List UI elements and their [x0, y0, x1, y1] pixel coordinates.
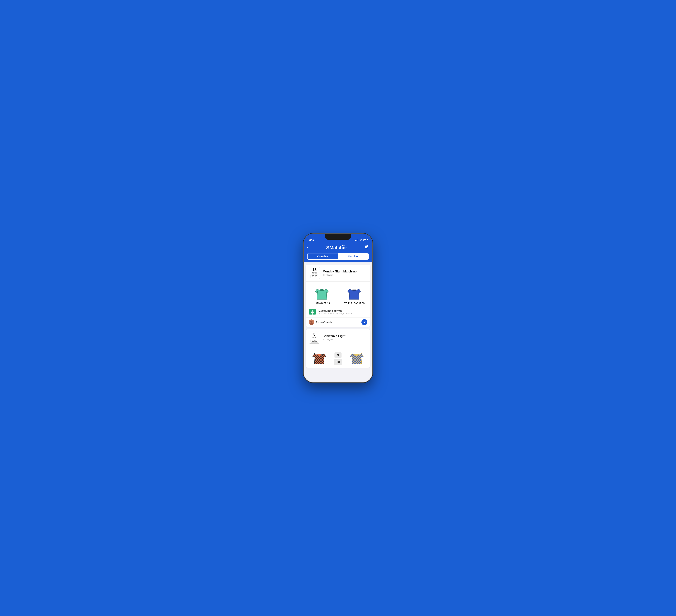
- match-title-1: Monday Night Match-up: [323, 270, 368, 273]
- teams-row-2: 9 10: [306, 346, 370, 368]
- organizer-row-1: Pedro Coutinho: [306, 317, 370, 327]
- jersey-team4: [348, 349, 365, 365]
- venue-icon: [308, 309, 316, 315]
- team-cell-hannover: HANNOVER 96: [306, 282, 338, 307]
- phone-screen: 9:41 ‹: [304, 234, 372, 382]
- svg-text:✕: ✕: [326, 245, 330, 250]
- match-header-2: 8 MAR 20:00 Schwein a Light 10 players: [306, 329, 370, 346]
- tabs-container: Overview Matches: [304, 253, 372, 262]
- organizer-name-1: Pedro Coutinho: [316, 321, 360, 324]
- score-left: 9: [335, 352, 341, 358]
- wifi-icon: [359, 239, 362, 241]
- notch: [325, 234, 351, 240]
- tab-matches[interactable]: Matches: [338, 253, 369, 259]
- tabs: Overview Matches: [307, 253, 369, 260]
- score-right: 10: [334, 359, 342, 365]
- edit-match-button-1[interactable]: [361, 319, 368, 325]
- phone-frame: 9:41 ‹: [304, 234, 372, 382]
- venue-address-1: RUA ANDRÉ DE GOUVEIA, COIMBRA: [319, 313, 368, 315]
- match-title-2: Schwein a Light: [323, 334, 368, 338]
- team-name-hannover: HANNOVER 96: [314, 302, 330, 304]
- date-day-1: 15: [312, 268, 317, 272]
- jersey-hannover: [313, 285, 331, 301]
- battery-icon: [363, 239, 368, 241]
- match-header-1: 15 MAR 20:00 Monday Night Match-up 10 pl…: [306, 264, 370, 282]
- svg-point-7: [312, 312, 313, 313]
- app-header: ‹ ✕ Matcher: [304, 243, 372, 253]
- team-name-gylfi: GYLFI PLEASURES: [344, 302, 365, 304]
- status-icons: [355, 239, 368, 241]
- back-button[interactable]: ‹: [307, 245, 313, 250]
- venue-info-1: MARTIM DE FREITAS RUA ANDRÉ DE GOUVEIA, …: [319, 310, 368, 315]
- edit-button[interactable]: [363, 245, 369, 250]
- content-area[interactable]: 15 MAR 20:00 Monday Night Match-up 10 pl…: [304, 262, 372, 381]
- team-cell-gylfi: GYLFI PLEASURES: [338, 282, 371, 307]
- date-month-2: MAR: [312, 336, 317, 338]
- venue-name-1: MARTIM DE FREITAS: [319, 310, 368, 312]
- date-badge-2: 8 MAR 20:00: [308, 331, 320, 344]
- svg-point-9: [311, 321, 313, 323]
- team-cell-4: [343, 346, 370, 368]
- date-badge-1: 15 MAR 20:00: [308, 267, 320, 279]
- avatar-1: [308, 319, 314, 325]
- status-time: 9:41: [308, 238, 314, 241]
- match-card-2: 8 MAR 20:00 Schwein a Light 10 players: [306, 329, 370, 368]
- teams-row-1: HANNOVER 96: [306, 282, 370, 307]
- matcher-logo: ✕ Matcher: [326, 244, 350, 251]
- jersey-gylfi: [345, 285, 363, 301]
- match-card-1: 15 MAR 20:00 Monday Night Match-up 10 pl…: [306, 264, 370, 327]
- date-month-1: MAR: [312, 272, 317, 274]
- score-display: 9 10: [333, 349, 343, 365]
- match-players-2: 10 players: [323, 338, 368, 341]
- date-time-1: 20:00: [311, 274, 318, 278]
- match-players-1: 10 players: [323, 274, 368, 276]
- team-cell-3: [306, 346, 333, 368]
- venue-row-1: MARTIM DE FREITAS RUA ANDRÉ DE GOUVEIA, …: [306, 307, 370, 317]
- jersey-team3: [311, 349, 328, 365]
- signal-icon: [355, 239, 358, 241]
- match-info-2: Schwein a Light 10 players: [323, 334, 368, 341]
- date-time-2: 20:00: [311, 339, 318, 343]
- date-day-2: 8: [313, 332, 316, 336]
- tab-overview[interactable]: Overview: [307, 253, 338, 259]
- app-logo: ✕ Matcher: [326, 244, 350, 251]
- match-info-1: Monday Night Match-up 10 players: [323, 270, 368, 276]
